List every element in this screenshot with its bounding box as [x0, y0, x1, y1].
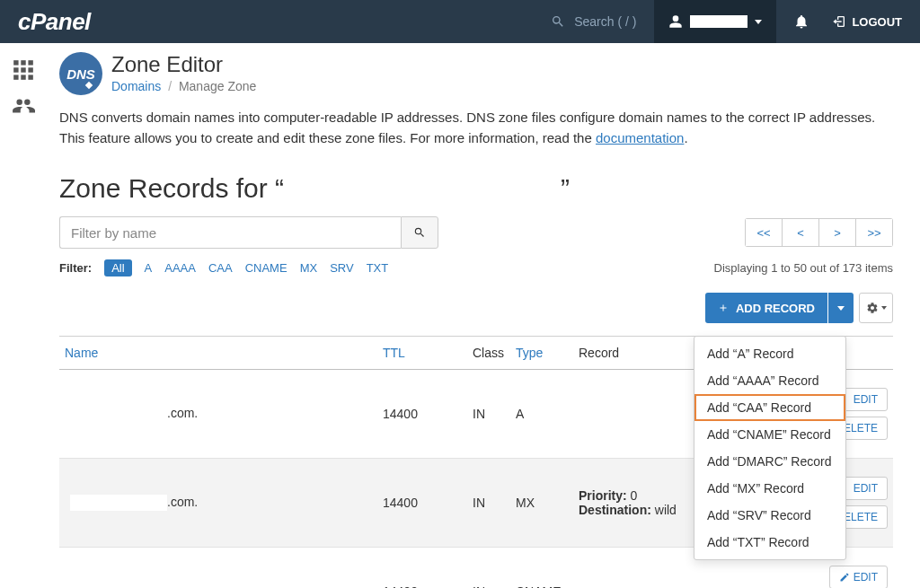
svg-rect-3	[13, 67, 18, 72]
edit-button[interactable]: EDIT	[844, 388, 888, 411]
cell-ttl: 14400	[383, 407, 473, 421]
filter-tag-a[interactable]: A	[145, 261, 153, 275]
dropdown-item[interactable]: Add “MX” Record	[694, 475, 845, 502]
svg-rect-7	[21, 75, 25, 79]
settings-button[interactable]	[859, 293, 893, 323]
cell-class: IN	[473, 496, 516, 510]
svg-rect-5	[28, 67, 32, 72]
svg-rect-8	[28, 75, 32, 79]
plus-icon	[718, 303, 729, 313]
dropdown-item[interactable]: Add “AAAA” Record	[694, 367, 845, 394]
filter-tag-txt[interactable]: TXT	[367, 261, 389, 275]
user-menu[interactable]	[654, 0, 776, 43]
cell-type: CNAME	[516, 584, 579, 588]
pager-first[interactable]: <<	[745, 218, 783, 247]
dns-icon: DNS	[59, 52, 102, 95]
page-title: Zone Editor	[111, 52, 256, 77]
users-icon	[12, 94, 35, 118]
breadcrumb-domains-link[interactable]: Domains	[111, 79, 161, 93]
description-text: DNS converts domain names into computer-…	[59, 110, 875, 145]
dropdown-item[interactable]: Add “DMARC” Record	[694, 448, 845, 475]
svg-rect-6	[13, 75, 18, 79]
breadcrumb: Domains / Manage Zone	[111, 79, 256, 93]
cell-name: .com.	[59, 406, 383, 422]
cell-class: IN	[473, 584, 516, 588]
breadcrumb-current: Manage Zone	[179, 79, 256, 93]
edit-button[interactable]: EDIT	[829, 566, 888, 588]
cell-type: MX	[516, 496, 579, 510]
logout-icon	[832, 14, 846, 29]
add-record-label: ADD RECORD	[736, 302, 815, 315]
svg-rect-2	[28, 60, 32, 65]
col-type[interactable]: Type	[516, 346, 579, 360]
cell-actions: EDIT DELETE	[803, 566, 893, 588]
filter-tag-srv[interactable]: SRV	[330, 261, 354, 275]
logout-label: LOGOUT	[852, 15, 902, 29]
main-content: DNS Zone Editor Domains / Manage Zone DN…	[47, 43, 920, 588]
logout-button[interactable]: LOGOUT	[827, 0, 920, 43]
filter-tag-cname[interactable]: CNAME	[245, 261, 288, 275]
username-mask	[690, 15, 748, 28]
zone-heading-suffix: ”	[561, 173, 570, 204]
page-header: DNS Zone Editor Domains / Manage Zone	[59, 52, 893, 95]
zone-heading-prefix: Zone Records for “	[59, 173, 284, 204]
dropdown-item[interactable]: Add “TXT” Record	[694, 529, 845, 556]
breadcrumb-separator: /	[168, 79, 172, 93]
svg-rect-0	[13, 60, 18, 65]
search-icon	[551, 14, 565, 29]
grid-icon	[12, 58, 35, 82]
cpanel-logo[interactable]: cPanel	[18, 8, 91, 36]
sidebar	[0, 43, 47, 124]
zone-records-heading: Zone Records for “ ”	[59, 173, 893, 204]
pager: << < > >>	[745, 218, 893, 247]
chevron-down-icon	[755, 20, 762, 24]
cell-name: .com.	[59, 495, 383, 511]
cell-type: A	[516, 407, 579, 421]
filter-tags: Filter: All A AAAA CAA CNAME MX SRV TXT …	[59, 259, 893, 276]
add-record-dropdown-toggle[interactable]	[828, 293, 854, 323]
filter-row: << < > >>	[59, 216, 893, 249]
search-placeholder: Search ( / )	[574, 14, 636, 29]
cell-ttl: 14400	[383, 496, 473, 510]
filter-label: Filter:	[59, 261, 92, 275]
chevron-down-icon	[837, 306, 845, 311]
cell-class: IN	[473, 407, 516, 421]
topbar: cPanel Search ( / ) LOGOUT	[0, 0, 920, 43]
dropdown-item[interactable]: Add “CAA” Record	[694, 394, 845, 421]
pager-next[interactable]: >	[818, 218, 856, 247]
col-ttl[interactable]: TTL	[383, 346, 473, 360]
cell-name: .	[59, 584, 383, 588]
page-description: DNS converts domain names into computer-…	[59, 108, 893, 148]
filter-search-button[interactable]	[401, 216, 438, 249]
search-icon	[413, 226, 426, 239]
sidebar-users-button[interactable]	[0, 88, 47, 124]
documentation-link[interactable]: documentation	[596, 130, 684, 145]
col-name[interactable]: Name	[59, 346, 383, 360]
chevron-down-icon	[881, 306, 887, 310]
svg-rect-4	[21, 67, 25, 72]
filter-tag-caa[interactable]: CAA	[208, 261, 233, 275]
action-row: ADD RECORD	[59, 293, 893, 323]
person-icon	[668, 14, 683, 29]
pager-last[interactable]: >>	[855, 218, 893, 247]
filter-input[interactable]	[59, 216, 401, 249]
add-record-button[interactable]: ADD RECORD	[705, 293, 827, 323]
dropdown-item[interactable]: Add “A” Record	[694, 340, 845, 367]
filter-tag-mx[interactable]: MX	[300, 261, 318, 275]
global-search[interactable]: Search ( / )	[551, 14, 636, 29]
dropdown-item[interactable]: Add “SRV” Record	[694, 502, 845, 529]
sidebar-apps-button[interactable]	[0, 52, 47, 88]
gear-icon	[866, 302, 879, 314]
filter-tag-aaaa[interactable]: AAAA	[164, 261, 196, 275]
edit-button[interactable]: EDIT	[844, 477, 888, 500]
bell-icon	[793, 13, 809, 30]
cell-record: .com	[579, 584, 803, 588]
pager-prev[interactable]: <	[782, 218, 819, 247]
add-record-dropdown: Add “A” Record Add “AAAA” Record Add “CA…	[694, 336, 846, 560]
notifications-button[interactable]	[776, 0, 827, 43]
svg-rect-1	[21, 60, 25, 65]
description-period: .	[684, 130, 687, 145]
dropdown-item[interactable]: Add “CNAME” Record	[694, 421, 845, 448]
filter-tag-all[interactable]: All	[104, 259, 131, 276]
cell-ttl: 14400	[383, 584, 473, 588]
